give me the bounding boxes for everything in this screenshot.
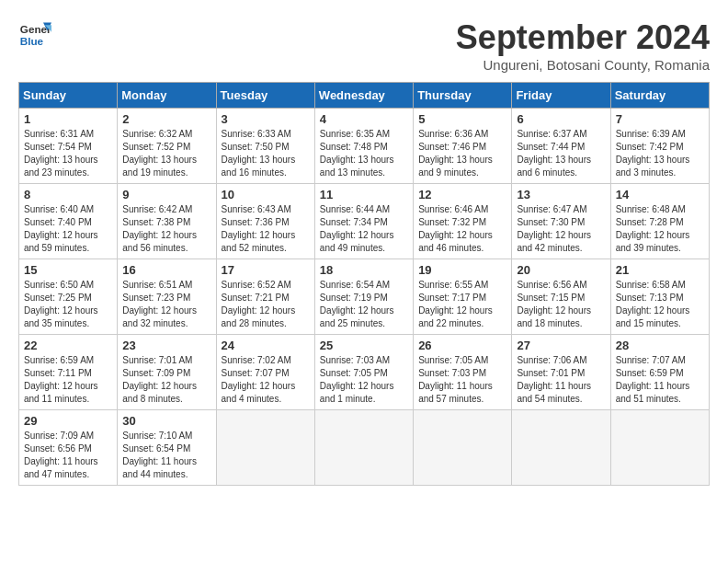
calendar-header-row: SundayMondayTuesdayWednesdayThursdayFrid…	[19, 83, 710, 109]
day-number: 24	[222, 339, 310, 352]
calendar-cell: 25Sunrise: 7:03 AM Sunset: 7:05 PM Dayli…	[314, 335, 413, 410]
day-info: Sunrise: 6:54 AM Sunset: 7:19 PM Dayligh…	[320, 279, 408, 330]
day-number: 13	[517, 188, 605, 201]
calendar-cell: 8Sunrise: 6:40 AM Sunset: 7:40 PM Daylig…	[19, 184, 118, 259]
title-block: September 2024 Ungureni, Botosani County…	[456, 18, 710, 73]
day-info: Sunrise: 6:46 AM Sunset: 7:32 PM Dayligh…	[418, 203, 506, 255]
calendar-cell: 3Sunrise: 6:33 AM Sunset: 7:50 PM Daylig…	[216, 109, 314, 184]
calendar-cell: 26Sunrise: 7:05 AM Sunset: 7:03 PM Dayli…	[414, 335, 512, 410]
header-tuesday: Tuesday	[216, 83, 314, 109]
calendar-week-1: 8Sunrise: 6:40 AM Sunset: 7:40 PM Daylig…	[19, 184, 710, 259]
calendar-cell: 1Sunrise: 6:31 AM Sunset: 7:54 PM Daylig…	[19, 109, 118, 184]
calendar-cell: 15Sunrise: 6:50 AM Sunset: 7:25 PM Dayli…	[19, 259, 118, 335]
calendar-subtitle: Ungureni, Botosani County, Romania	[456, 57, 710, 73]
calendar-cell: 11Sunrise: 6:44 AM Sunset: 7:34 PM Dayli…	[314, 184, 413, 259]
calendar-cell: 18Sunrise: 6:54 AM Sunset: 7:19 PM Dayli…	[314, 259, 413, 335]
header-monday: Monday	[118, 83, 216, 109]
day-number: 4	[320, 112, 408, 126]
header-friday: Friday	[512, 83, 610, 109]
day-info: Sunrise: 6:51 AM Sunset: 7:23 PM Dayligh…	[122, 279, 210, 330]
calendar-cell: 5Sunrise: 6:36 AM Sunset: 7:46 PM Daylig…	[414, 109, 512, 184]
day-number: 28	[616, 339, 704, 352]
day-info: Sunrise: 6:40 AM Sunset: 7:40 PM Dayligh…	[24, 203, 112, 255]
header-wednesday: Wednesday	[314, 83, 413, 109]
day-number: 2	[122, 112, 210, 126]
day-number: 23	[122, 339, 210, 352]
day-info: Sunrise: 6:33 AM Sunset: 7:50 PM Dayligh…	[222, 128, 310, 179]
calendar-title: September 2024	[456, 18, 710, 57]
calendar-cell: 28Sunrise: 7:07 AM Sunset: 6:59 PM Dayli…	[610, 335, 709, 410]
day-info: Sunrise: 7:06 AM Sunset: 7:01 PM Dayligh…	[517, 354, 605, 406]
day-number: 8	[24, 188, 112, 201]
calendar-cell: 9Sunrise: 6:42 AM Sunset: 7:38 PM Daylig…	[118, 184, 216, 259]
calendar-cell: 13Sunrise: 6:47 AM Sunset: 7:30 PM Dayli…	[512, 184, 610, 259]
svg-text:Blue: Blue	[20, 35, 44, 47]
calendar-cell: 20Sunrise: 6:56 AM Sunset: 7:15 PM Dayli…	[512, 259, 610, 335]
day-info: Sunrise: 6:58 AM Sunset: 7:13 PM Dayligh…	[616, 279, 704, 330]
day-number: 25	[320, 339, 408, 352]
logo-icon: General Blue	[18, 18, 51, 52]
day-info: Sunrise: 7:09 AM Sunset: 6:56 PM Dayligh…	[24, 430, 112, 481]
page-header: General Blue September 2024 Ungureni, Bo…	[18, 18, 710, 73]
day-info: Sunrise: 7:01 AM Sunset: 7:09 PM Dayligh…	[122, 354, 210, 406]
day-number: 19	[418, 263, 506, 277]
day-info: Sunrise: 6:48 AM Sunset: 7:28 PM Dayligh…	[616, 203, 704, 255]
day-info: Sunrise: 6:42 AM Sunset: 7:38 PM Dayligh…	[122, 203, 210, 255]
day-info: Sunrise: 6:47 AM Sunset: 7:30 PM Dayligh…	[517, 203, 605, 255]
calendar-table: SundayMondayTuesdayWednesdayThursdayFrid…	[18, 82, 710, 486]
calendar-cell	[610, 410, 709, 486]
calendar-cell: 30Sunrise: 7:10 AM Sunset: 6:54 PM Dayli…	[118, 410, 216, 486]
calendar-cell: 22Sunrise: 6:59 AM Sunset: 7:11 PM Dayli…	[19, 335, 118, 410]
calendar-cell: 14Sunrise: 6:48 AM Sunset: 7:28 PM Dayli…	[610, 184, 709, 259]
calendar-cell: 7Sunrise: 6:39 AM Sunset: 7:42 PM Daylig…	[610, 109, 709, 184]
calendar-cell: 27Sunrise: 7:06 AM Sunset: 7:01 PM Dayli…	[512, 335, 610, 410]
calendar-cell: 21Sunrise: 6:58 AM Sunset: 7:13 PM Dayli…	[610, 259, 709, 335]
calendar-cell: 6Sunrise: 6:37 AM Sunset: 7:44 PM Daylig…	[512, 109, 610, 184]
day-number: 7	[616, 112, 704, 126]
day-number: 1	[24, 112, 112, 126]
day-number: 22	[24, 339, 112, 352]
calendar-cell: 4Sunrise: 6:35 AM Sunset: 7:48 PM Daylig…	[314, 109, 413, 184]
day-number: 14	[616, 188, 704, 201]
day-info: Sunrise: 6:56 AM Sunset: 7:15 PM Dayligh…	[517, 279, 605, 330]
day-info: Sunrise: 6:59 AM Sunset: 7:11 PM Dayligh…	[24, 354, 112, 406]
day-info: Sunrise: 6:44 AM Sunset: 7:34 PM Dayligh…	[320, 203, 408, 255]
day-number: 15	[24, 263, 112, 277]
calendar-cell: 19Sunrise: 6:55 AM Sunset: 7:17 PM Dayli…	[414, 259, 512, 335]
day-number: 11	[320, 188, 408, 201]
day-number: 17	[222, 263, 310, 277]
day-number: 26	[418, 339, 506, 352]
calendar-cell: 24Sunrise: 7:02 AM Sunset: 7:07 PM Dayli…	[216, 335, 314, 410]
calendar-cell	[414, 410, 512, 486]
calendar-cell: 16Sunrise: 6:51 AM Sunset: 7:23 PM Dayli…	[118, 259, 216, 335]
day-info: Sunrise: 6:36 AM Sunset: 7:46 PM Dayligh…	[418, 128, 506, 179]
day-number: 30	[122, 414, 210, 428]
day-number: 5	[418, 112, 506, 126]
calendar-week-3: 22Sunrise: 6:59 AM Sunset: 7:11 PM Dayli…	[19, 335, 710, 410]
day-info: Sunrise: 6:32 AM Sunset: 7:52 PM Dayligh…	[122, 128, 210, 179]
calendar-cell	[314, 410, 413, 486]
calendar-cell: 23Sunrise: 7:01 AM Sunset: 7:09 PM Dayli…	[118, 335, 216, 410]
header-sunday: Sunday	[19, 83, 118, 109]
calendar-cell: 10Sunrise: 6:43 AM Sunset: 7:36 PM Dayli…	[216, 184, 314, 259]
day-info: Sunrise: 6:50 AM Sunset: 7:25 PM Dayligh…	[24, 279, 112, 330]
calendar-cell: 2Sunrise: 6:32 AM Sunset: 7:52 PM Daylig…	[118, 109, 216, 184]
day-info: Sunrise: 6:35 AM Sunset: 7:48 PM Dayligh…	[320, 128, 408, 179]
day-info: Sunrise: 6:43 AM Sunset: 7:36 PM Dayligh…	[222, 203, 310, 255]
header-saturday: Saturday	[610, 83, 709, 109]
calendar-week-0: 1Sunrise: 6:31 AM Sunset: 7:54 PM Daylig…	[19, 109, 710, 184]
day-info: Sunrise: 7:05 AM Sunset: 7:03 PM Dayligh…	[418, 354, 506, 406]
day-info: Sunrise: 6:39 AM Sunset: 7:42 PM Dayligh…	[616, 128, 704, 179]
day-info: Sunrise: 6:37 AM Sunset: 7:44 PM Dayligh…	[517, 128, 605, 179]
day-number: 16	[122, 263, 210, 277]
calendar-cell: 17Sunrise: 6:52 AM Sunset: 7:21 PM Dayli…	[216, 259, 314, 335]
day-number: 18	[320, 263, 408, 277]
day-info: Sunrise: 7:02 AM Sunset: 7:07 PM Dayligh…	[222, 354, 310, 406]
header-thursday: Thursday	[414, 83, 512, 109]
day-number: 12	[418, 188, 506, 201]
day-number: 10	[222, 188, 310, 201]
day-number: 27	[517, 339, 605, 352]
day-info: Sunrise: 7:10 AM Sunset: 6:54 PM Dayligh…	[122, 430, 210, 481]
day-info: Sunrise: 6:55 AM Sunset: 7:17 PM Dayligh…	[418, 279, 506, 330]
day-info: Sunrise: 7:07 AM Sunset: 6:59 PM Dayligh…	[616, 354, 704, 406]
